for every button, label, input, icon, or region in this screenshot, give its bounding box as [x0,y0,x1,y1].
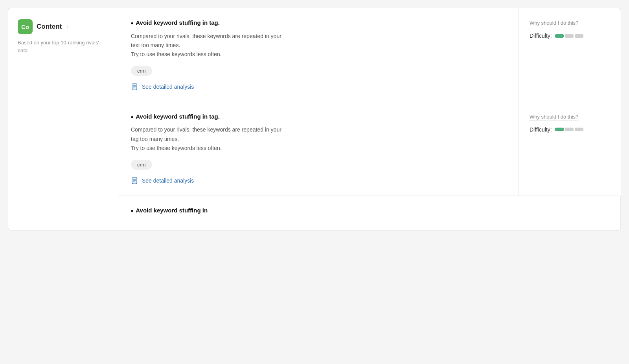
why-link-body-tag[interactable]: Why should I do this? [530,20,578,27]
bullet-icon: • [131,113,133,122]
difficulty-bar-meta-tag [555,128,583,131]
bullet-icon: • [131,207,133,216]
difficulty-bar-segment-0 [555,128,564,131]
see-analysis-link-body-tag[interactable]: See detailed analysis [131,83,506,91]
recommendation-row-meta-tag: • Avoid keyword stuffing in tag. Compare… [118,102,621,196]
sidebar-header: Co Content i [18,19,109,34]
recommendation-desc-body-tag: Compared to your rivals, these keywords … [131,32,506,59]
sidebar-title: Content [37,23,62,31]
recommendation-right-meta-tag: Why should I do this? Difficulty: [519,102,621,196]
recommendation-title-body-tag: • Avoid keyword stuffing in tag. [131,19,506,28]
recommendation-main-title-tag: • Avoid keyword stuffing in tag.</span> … [118,196,621,230]
recommendation-title-meta-tag: • Avoid keyword stuffing in tag. [131,113,506,122]
content-area: • Avoid keyword stuffing in tag. Compare… [118,8,621,230]
difficulty-bar-segment-2 [575,128,583,131]
main-row: Co Content i Based on your top 10-rankin… [8,8,621,230]
recommendation-row-title-tag: • Avoid keyword stuffing in tag.</span> … [118,196,621,230]
difficulty-bar-segment-0 [555,34,564,38]
see-analysis-link-meta-tag[interactable]: See detailed analysis [131,177,506,185]
why-link-meta-tag[interactable]: Why should I do this? [530,114,578,121]
difficulty-label-meta-tag: Difficulty: [530,126,552,133]
recommendation-right-body-tag: Why should I do this? Difficulty: [519,8,621,102]
sidebar: Co Content i Based on your top 10-rankin… [8,8,118,230]
difficulty-row-body-tag: Difficulty: [530,33,610,39]
bullet-icon: • [131,19,133,28]
difficulty-bar-segment-1 [565,34,574,38]
difficulty-bar-body-tag [555,34,583,38]
recommendation-row-body-tag: • Avoid keyword stuffing in tag. Compare… [118,8,621,102]
main-container: Co Content i Based on your top 10-rankin… [8,8,621,230]
recommendation-main-meta-tag: • Avoid keyword stuffing in tag. Compare… [118,102,519,196]
keyword-tag-meta-tag: crm [131,160,152,170]
sidebar-subtitle: Based on your top 10-ranking rivals' dat… [18,39,109,54]
keyword-tag-body-tag: crm [131,66,152,76]
difficulty-bar-segment-2 [575,34,583,38]
content-icon: Co [18,19,33,34]
document-icon [131,83,139,91]
difficulty-row-meta-tag: Difficulty: [530,126,610,133]
document-icon [131,177,139,185]
info-icon[interactable]: i [66,24,68,30]
difficulty-bar-segment-1 [565,128,574,131]
difficulty-label-body-tag: Difficulty: [530,33,552,39]
recommendation-main-body-tag: • Avoid keyword stuffing in tag. Compare… [118,8,519,102]
recommendation-title-title-tag: • Avoid keyword stuffing in tag.</span> … [131,207,608,216]
recommendation-desc-meta-tag: Compared to your rivals, these keywords … [131,125,506,152]
